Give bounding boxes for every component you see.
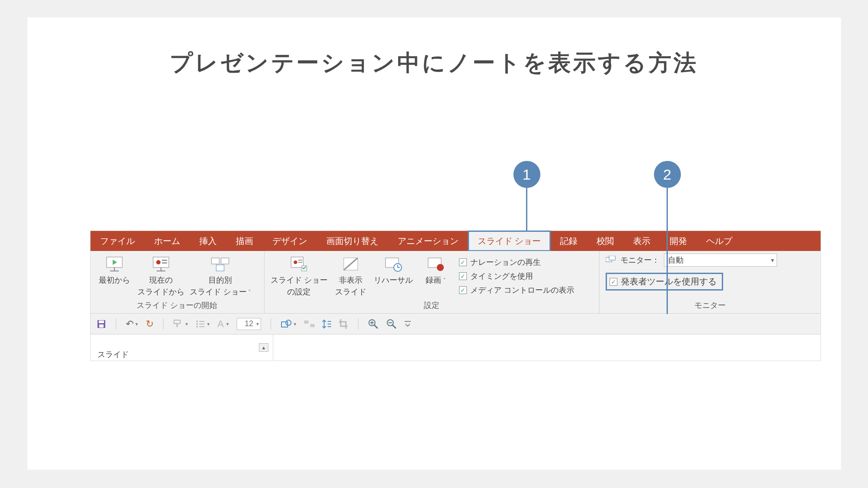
- checkmark-icon: ✓: [459, 258, 467, 266]
- tab-animations[interactable]: アニメーション: [388, 231, 468, 251]
- shape-button[interactable]: ▾: [281, 319, 296, 329]
- svg-rect-35: [199, 324, 204, 324]
- svg-point-34: [196, 323, 198, 325]
- callout-2-badge: 2: [654, 161, 681, 188]
- monitor-select[interactable]: 自動: [664, 254, 777, 267]
- editor-area: ▴ スライド: [90, 334, 821, 361]
- record-button[interactable]: 録画: [418, 255, 454, 297]
- separator: [116, 318, 116, 330]
- tab-review[interactable]: 校閲: [587, 231, 623, 251]
- callout-1-badge: 1: [513, 161, 540, 188]
- custom-slideshow-icon: [211, 255, 230, 273]
- hide-slide-icon: [341, 255, 360, 273]
- svg-rect-33: [199, 321, 204, 322]
- setup-checkbox-list: ✓ ナレーションの再生 ✓ タイミングを使用 ✓ メディア コントロールの表示: [459, 255, 574, 295]
- setup-slideshow-label-1: スライド ショー: [271, 275, 328, 285]
- callout-1: 1: [513, 161, 540, 231]
- from-beginning-label: 最初から: [99, 275, 130, 285]
- redo-button[interactable]: ↻: [146, 318, 154, 330]
- qat-overflow-button[interactable]: [405, 320, 411, 328]
- svg-rect-42: [328, 321, 331, 322]
- custom-slideshow-label-1: 目的別: [208, 275, 232, 285]
- monitor-icon: [606, 256, 616, 264]
- svg-rect-29: [99, 321, 104, 323]
- hide-slide-button[interactable]: 非表示 スライド: [333, 255, 369, 297]
- setup-slideshow-button[interactable]: スライド ショー の設定: [271, 255, 328, 297]
- line-spacing-button[interactable]: [322, 319, 331, 329]
- svg-rect-15: [298, 260, 302, 261]
- checkbox-timings[interactable]: ✓ タイミングを使用: [459, 271, 574, 281]
- svg-rect-27: [609, 256, 615, 260]
- svg-rect-11: [221, 258, 229, 264]
- svg-point-14: [294, 261, 297, 264]
- hide-slide-label-2: スライド: [335, 287, 366, 297]
- font-size-select[interactable]: 12: [237, 318, 261, 330]
- from-beginning-button[interactable]: 最初から: [97, 255, 132, 297]
- tab-design[interactable]: デザイン: [263, 231, 317, 251]
- group-monitor-label: モニター: [600, 298, 821, 313]
- group-monitor: モニター： 自動 ✓ 発表者ツールを使用する モニター: [600, 251, 821, 313]
- align-button[interactable]: [304, 320, 315, 328]
- group-start-label: スライド ショーの開始: [90, 298, 264, 313]
- tab-help[interactable]: ヘルプ: [697, 231, 742, 251]
- svg-rect-10: [211, 258, 219, 264]
- checkbox-media-controls[interactable]: ✓ メディア コントロールの表示: [459, 285, 574, 295]
- callout-2-line: [667, 188, 668, 314]
- svg-point-39: [286, 320, 291, 325]
- from-current-label-1: 現在の: [149, 275, 173, 285]
- checkbox-media-controls-label: メディア コントロールの表示: [470, 285, 574, 295]
- svg-rect-6: [162, 260, 167, 261]
- ribbon-body: 最初から 現在の スライドから 目的別: [90, 251, 821, 314]
- svg-point-32: [196, 321, 198, 322]
- svg-line-50: [392, 325, 396, 328]
- svg-rect-12: [216, 265, 224, 271]
- panel-label: スライド: [97, 349, 129, 360]
- zoom-in-button[interactable]: [368, 319, 379, 329]
- svg-rect-7: [162, 262, 167, 264]
- save-button[interactable]: [97, 319, 106, 329]
- callout-1-line: [526, 188, 527, 231]
- font-color-button[interactable]: A▾: [218, 318, 229, 330]
- svg-rect-37: [199, 326, 204, 327]
- checkbox-narration-label: ナレーションの再生: [470, 257, 541, 267]
- tab-insert[interactable]: 挿入: [190, 231, 226, 251]
- setup-slideshow-icon: [289, 255, 308, 273]
- record-label: 録画: [426, 275, 446, 285]
- svg-rect-16: [298, 262, 302, 263]
- rehearse-button[interactable]: リハーサル: [374, 255, 413, 297]
- powerpoint-screenshot: ファイル ホーム 挿入 描画 デザイン 画面切り替え アニメーション スライド …: [90, 231, 821, 361]
- tab-draw[interactable]: 描画: [226, 231, 263, 251]
- from-current-icon: [151, 255, 171, 273]
- quick-access-toolbar: ↶▾ ↻ ▾ ▾ A▾ 12 ▾: [90, 314, 821, 334]
- svg-rect-44: [328, 326, 331, 327]
- zoom-out-button[interactable]: [386, 319, 397, 329]
- svg-rect-40: [304, 321, 308, 324]
- from-current-button[interactable]: 現在の スライドから: [137, 255, 184, 297]
- hide-slide-label-1: 非表示: [339, 275, 362, 285]
- group-setup-label: 設定: [265, 298, 599, 313]
- ribbon-tabstrip: ファイル ホーム 挿入 描画 デザイン 画面切り替え アニメーション スライド …: [90, 231, 821, 251]
- tab-file[interactable]: ファイル: [90, 231, 144, 251]
- svg-rect-43: [328, 324, 331, 324]
- rehearse-icon: [384, 255, 403, 273]
- bullets-button[interactable]: ▾: [196, 320, 210, 328]
- tab-slideshow[interactable]: スライド ショー: [468, 231, 551, 251]
- tab-transitions[interactable]: 画面切り替え: [317, 231, 388, 251]
- separator: [163, 318, 164, 330]
- svg-point-5: [156, 260, 161, 264]
- group-start-slideshow: 最初から 現在の スライドから 目的別: [90, 251, 265, 313]
- setup-slideshow-label-2: の設定: [287, 287, 311, 297]
- separator: [271, 318, 271, 330]
- tab-record[interactable]: 記録: [550, 231, 587, 251]
- scroll-up-button[interactable]: ▴: [259, 343, 268, 352]
- tab-home[interactable]: ホーム: [144, 231, 190, 251]
- record-icon: [426, 255, 446, 273]
- slide-card: プレゼンテーション中にノートを表示する方法 1 2 ファイル ホーム 挿入 描画…: [27, 17, 841, 470]
- custom-slideshow-button[interactable]: 目的別 スライド ショー: [190, 255, 251, 297]
- format-painter-button[interactable]: ▾: [173, 319, 188, 329]
- crop-button[interactable]: [339, 319, 349, 329]
- checkmark-icon: ✓: [459, 272, 467, 280]
- svg-rect-41: [310, 324, 315, 327]
- checkbox-narration[interactable]: ✓ ナレーションの再生: [459, 257, 574, 267]
- undo-button[interactable]: ↶▾: [126, 318, 138, 330]
